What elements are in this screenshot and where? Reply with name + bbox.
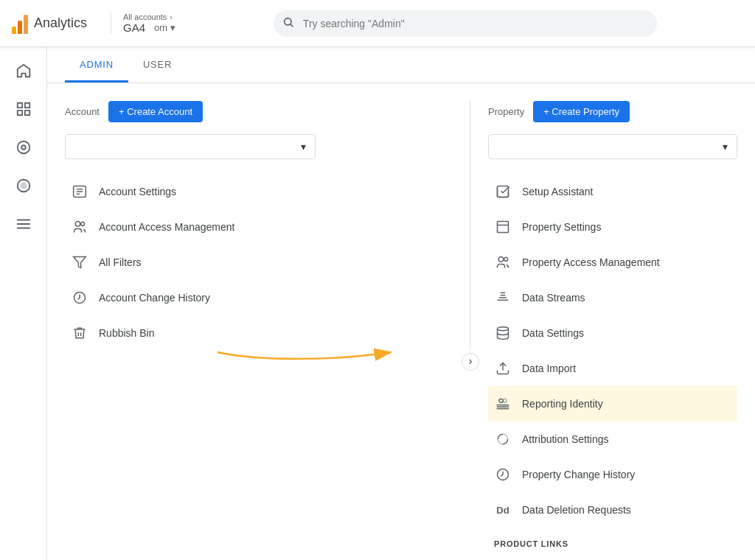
rubbish-bin-icon [71, 324, 88, 342]
tab-admin[interactable]: ADMIN [65, 47, 128, 83]
svg-point-19 [81, 222, 85, 225]
menu-item-data-deletion[interactable]: Dd Data Deletion Requests [488, 492, 737, 528]
svg-rect-22 [498, 186, 509, 197]
sidebar-item-admin[interactable] [6, 206, 41, 242]
logo-bar-3 [24, 15, 28, 34]
menu-item-property-settings[interactable]: Property Settings [488, 209, 737, 245]
property-change-history-icon [494, 466, 512, 483]
tab-user[interactable]: USER [128, 47, 187, 83]
reporting-identity-icon [494, 395, 512, 413]
data-import-icon [494, 360, 512, 377]
property-access-label: Property Access Management [522, 256, 660, 268]
menu-item-rubbish-bin[interactable]: Rubbish Bin [65, 315, 452, 351]
svg-point-8 [21, 145, 26, 150]
menu-item-account-access[interactable]: Account Access Management [65, 209, 452, 245]
property-dropdown[interactable]: ▾ [488, 134, 737, 159]
menu-item-reporting-identity[interactable]: Reporting Identity [488, 386, 737, 421]
property-access-icon [494, 253, 512, 271]
svg-rect-4 [24, 103, 29, 108]
search-input[interactable] [274, 10, 657, 37]
menu-item-property-access[interactable]: Property Access Management [488, 245, 737, 280]
menu-item-account-change-history[interactable]: Account Change History [65, 280, 452, 315]
svg-rect-3 [17, 103, 21, 108]
setup-assistant-label: Setup Assistant [522, 186, 594, 197]
sidebar-item-home[interactable] [6, 53, 41, 88]
data-streams-icon [494, 289, 512, 307]
svg-point-10 [21, 183, 26, 188]
svg-point-34 [503, 399, 507, 402]
data-settings-label: Data Settings [522, 327, 584, 339]
attribution-settings-label: Attribution Settings [522, 433, 609, 445]
app-title: Analytics [34, 15, 87, 31]
data-streams-label: Data Streams [522, 292, 585, 304]
svg-rect-23 [498, 222, 509, 233]
property-label: Property [488, 106, 524, 117]
search-icon [282, 16, 294, 31]
data-settings-icon [494, 324, 512, 342]
account-dropdown-chevron: ▾ [301, 141, 306, 153]
menu-item-property-change-history[interactable]: Property Change History [488, 457, 737, 492]
menu-item-setup-assistant[interactable]: Setup Assistant [488, 174, 737, 209]
sidebar-item-reports[interactable] [6, 91, 41, 127]
menu-item-google-ads[interactable]: Google Ads links [488, 554, 737, 560]
all-filters-label: All Filters [99, 256, 142, 268]
account-access-label: Account Access Management [99, 221, 234, 233]
data-import-label: Data Import [522, 363, 576, 374]
data-deletion-icon: Dd [494, 501, 512, 519]
sidebar-item-advertising[interactable] [6, 168, 41, 203]
property-settings-label: Property Settings [522, 221, 601, 233]
menu-item-attribution-settings[interactable]: Attribution Settings [488, 421, 737, 457]
property-change-history-label: Property Change History [522, 469, 635, 480]
property-column: Property + Create Property ▾ Setup Assis… [470, 101, 737, 560]
account-column-header: Account + Create Account [65, 101, 452, 122]
product-links-header: PRODUCT LINKS [488, 528, 737, 554]
menu-item-data-streams[interactable]: Data Streams [488, 280, 737, 315]
admin-content: Account + Create Account ▾ Account Setti… [47, 83, 755, 560]
reporting-identity-label: Reporting Identity [522, 398, 603, 410]
property-settings-icon [494, 218, 512, 236]
account-suffix[interactable]: om ▾ [154, 22, 175, 33]
account-access-icon [71, 218, 88, 236]
svg-rect-5 [24, 111, 29, 115]
svg-marker-20 [74, 257, 86, 268]
search-bar [274, 10, 657, 37]
breadcrumb-top[interactable]: All accounts › [123, 13, 175, 21]
menu-item-all-filters[interactable]: All Filters [65, 245, 452, 280]
svg-line-2 [290, 24, 293, 27]
create-account-button[interactable]: + Create Account [108, 101, 203, 122]
svg-point-7 [17, 141, 29, 154]
property-column-header: Property + Create Property [488, 101, 737, 122]
menu-item-account-settings[interactable]: Account Settings [65, 174, 452, 209]
setup-assistant-icon [494, 183, 512, 200]
main-content: ADMIN USER Account + Create Account ▾ [47, 47, 755, 560]
menu-item-data-settings[interactable]: Data Settings [488, 315, 737, 351]
column-expand-handle[interactable] [462, 353, 479, 371]
data-deletion-label: Data Deletion Requests [522, 504, 631, 516]
analytics-logo-icon [12, 13, 28, 34]
attribution-settings-icon [494, 430, 512, 448]
account-dropdown-arrow: ▾ [170, 22, 175, 33]
logo-bar-1 [12, 27, 16, 34]
breadcrumb: All accounts › GA4 om ▾ [111, 13, 175, 34]
tab-bar: ADMIN USER [47, 47, 755, 83]
app-header: Analytics All accounts › GA4 om ▾ [0, 0, 755, 47]
account-name: GA4 [123, 21, 145, 34]
svg-point-25 [498, 257, 504, 262]
breadcrumb-bottom[interactable]: GA4 om ▾ [123, 21, 175, 34]
logo: Analytics [12, 13, 87, 34]
svg-point-31 [498, 327, 509, 331]
sidebar [0, 47, 47, 560]
account-change-history-label: Account Change History [99, 292, 210, 304]
logo-bar-2 [18, 21, 22, 34]
svg-point-18 [75, 222, 80, 227]
account-label: Account [65, 106, 100, 117]
create-property-button[interactable]: + Create Property [533, 101, 630, 122]
account-settings-label: Account Settings [99, 186, 176, 197]
property-dropdown-chevron: ▾ [723, 141, 728, 153]
menu-item-data-import[interactable]: Data Import [488, 351, 737, 386]
all-filters-icon [71, 253, 88, 271]
account-settings-icon [71, 183, 88, 200]
account-change-history-icon [71, 289, 88, 307]
account-dropdown[interactable]: ▾ [65, 134, 316, 159]
sidebar-item-explore[interactable] [6, 130, 41, 165]
